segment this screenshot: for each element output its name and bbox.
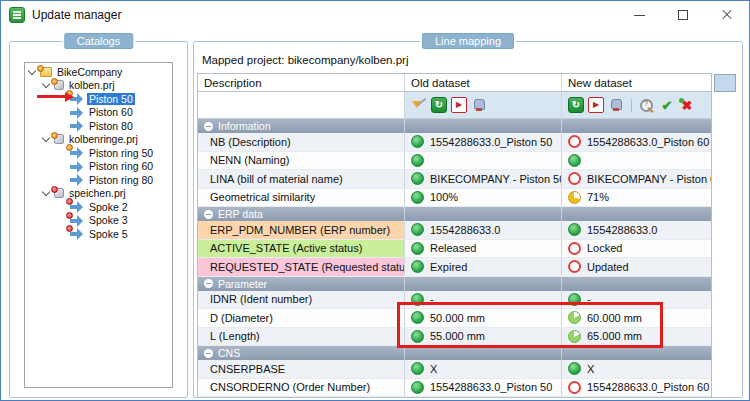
export-icon[interactable]: ▶ <box>588 97 604 113</box>
minimize-button[interactable] <box>617 1 661 29</box>
old-value-cell: 100% <box>405 189 562 207</box>
tree-item-spoke-5[interactable]: Spoke 5 <box>25 227 172 241</box>
part-arrow-icon <box>70 161 84 172</box>
tree-item-label: kolben.prj <box>67 79 117 91</box>
reject-icon[interactable]: ✖ <box>679 97 695 113</box>
cell-value: 1554288633.0_Piston 60 <box>587 381 709 393</box>
hand-icon[interactable] <box>471 97 487 113</box>
part-arrow-icon <box>70 120 84 131</box>
cell-value: - <box>430 293 434 305</box>
title-bar[interactable]: Update manager <box>1 1 749 29</box>
cell-value: Expired <box>430 261 467 273</box>
old-value-cell: X <box>405 360 562 378</box>
new-value-cell: 71% <box>562 189 711 207</box>
table-row[interactable]: CNSORDERNO (Order Number)1554288633.0_Pi… <box>198 379 711 398</box>
cell-value: 1554288633.0_Piston 50 <box>430 136 552 148</box>
new-value-cell: Updated <box>562 258 711 276</box>
section-header-cns[interactable]: CNS <box>198 346 711 360</box>
tree-item-spoke-2[interactable]: Spoke 2 <box>25 200 172 214</box>
chevron-down-icon[interactable] <box>27 67 37 77</box>
tree-item-speichen-prj[interactable]: speichen.prj <box>25 187 172 201</box>
tree-item-label: Piston 50 <box>87 93 135 105</box>
tree-item-piston-ring-60[interactable]: Piston ring 60 <box>25 160 172 174</box>
hand-icon[interactable] <box>608 97 624 113</box>
table-row[interactable]: NB (Description)1554288633.0_Piston 5015… <box>198 133 711 152</box>
table-row[interactable]: D (Diameter)50.000 mm60.000 mm <box>198 309 711 328</box>
toolbar-new-dataset: ↻▶?✔✖ <box>562 92 711 118</box>
tree-item-label: BikeCompany <box>55 66 124 78</box>
status-ok-icon <box>411 154 424 167</box>
cell-value: BIKECOMPANY - Piston 50 <box>430 173 562 185</box>
new-value-cell: 1554288633.0_Piston 60 <box>562 379 711 397</box>
tree-item-piston-60[interactable]: Piston 60 <box>25 106 172 120</box>
section-header-parameter[interactable]: Parameter <box>198 277 711 291</box>
gear-red-icon <box>66 198 73 205</box>
tree-item-label: Spoke 2 <box>87 201 130 213</box>
table-row[interactable]: Geometrical similarity100%71% <box>198 189 711 208</box>
tree-item-bikecompany[interactable]: BikeCompany <box>25 65 172 79</box>
gear-orange-icon <box>37 65 44 72</box>
cell-value: Locked <box>587 242 622 254</box>
toolbar-old-dataset: ↻▶ <box>405 92 562 118</box>
column-header-new-dataset[interactable]: New dataset <box>562 74 711 91</box>
collapse-icon[interactable] <box>204 349 213 358</box>
chevron-down-icon[interactable] <box>41 188 51 198</box>
table-row[interactable]: L (Length)55.000 mm65.000 mm <box>198 328 711 347</box>
row-description: ERP_PDM_NUMBER (ERP number) <box>198 221 405 239</box>
cell-value: 1554288633.0_Piston 60 <box>587 136 709 148</box>
tree-item-label: Piston 80 <box>87 120 135 132</box>
cell-value: 1554288633.0_Piston 50 <box>430 381 552 393</box>
section-header-erp-data[interactable]: ERP data <box>198 207 711 221</box>
refresh-icon[interactable]: ↻ <box>431 97 447 113</box>
tree-item-kolben-prj[interactable]: kolben.prj <box>25 79 172 93</box>
refresh-icon[interactable]: ↻ <box>568 97 584 113</box>
tree-item-piston-80[interactable]: Piston 80 <box>25 119 172 133</box>
table-row[interactable]: CNSERPBASEXX <box>198 360 711 379</box>
cell-value: 100% <box>430 191 458 203</box>
new-value-cell: 65.000 mm <box>562 328 711 346</box>
tree-item-piston-ring-80[interactable]: Piston ring 80 <box>25 173 172 187</box>
tree-item-kolbenringe-prj[interactable]: kolbenringe.prj <box>25 133 172 147</box>
table-row[interactable]: NENN (Naming) <box>198 152 711 171</box>
gear-orange-icon <box>51 132 58 139</box>
column-header-old-dataset[interactable]: Old dataset <box>405 74 562 91</box>
cell-value: X <box>430 363 437 375</box>
status-ok-icon <box>411 223 424 236</box>
collapse-icon[interactable] <box>204 122 213 131</box>
chevron-down-icon[interactable] <box>41 134 51 144</box>
value-pie-icon <box>568 330 581 343</box>
tree-item-piston-ring-50[interactable]: Piston ring 50 <box>25 146 172 160</box>
filter-icon[interactable] <box>411 97 427 113</box>
close-button[interactable] <box>705 1 749 29</box>
search-icon[interactable]: ? <box>639 97 655 113</box>
section-header-information[interactable]: Information <box>198 119 711 133</box>
export-icon[interactable]: ▶ <box>451 97 467 113</box>
similarity-pie-icon <box>568 191 581 204</box>
maximize-button[interactable] <box>661 1 705 29</box>
new-value-cell: 1554288633.0_Piston 60 <box>562 133 711 151</box>
status-different-icon <box>568 135 581 148</box>
tree-item-label: Piston 60 <box>87 106 135 118</box>
table-row[interactable]: ACTIVE_STATE (Active status)ReleasedLock… <box>198 240 711 259</box>
part-arrow-icon <box>70 147 84 158</box>
tree-item-label: Piston ring 50 <box>87 147 155 159</box>
section-title: Parameter <box>218 278 267 290</box>
tree-item-spoke-3[interactable]: Spoke 3 <box>25 214 172 228</box>
table-row[interactable]: IDNR (Ident number)-- <box>198 291 711 310</box>
catalogs-panel: Catalogs BikeCompanykolben.prjPiston 50P… <box>9 41 188 398</box>
section-title: Information <box>218 120 271 132</box>
chevron-down-icon[interactable] <box>41 80 51 90</box>
table-row[interactable]: ERP_PDM_NUMBER (ERP number)1554288633.01… <box>198 221 711 240</box>
column-header-description[interactable]: Description <box>198 74 405 91</box>
collapse-icon[interactable] <box>204 210 213 219</box>
table-row[interactable]: REQUESTED_STATE (Requested status)Expire… <box>198 258 711 277</box>
table-row[interactable]: LINA (bill of material name)BIKECOMPANY … <box>198 170 711 189</box>
toolbar-spacer <box>198 92 405 118</box>
collapse-icon[interactable] <box>204 279 213 288</box>
status-ok-icon <box>568 154 581 167</box>
catalogs-label: Catalogs <box>64 33 133 49</box>
column-options-button[interactable] <box>714 74 736 92</box>
cell-value: 1554288633.0 <box>430 224 500 236</box>
old-value-cell: 1554288633.0_Piston 50 <box>405 379 562 397</box>
accept-icon[interactable]: ✔ <box>659 97 675 113</box>
